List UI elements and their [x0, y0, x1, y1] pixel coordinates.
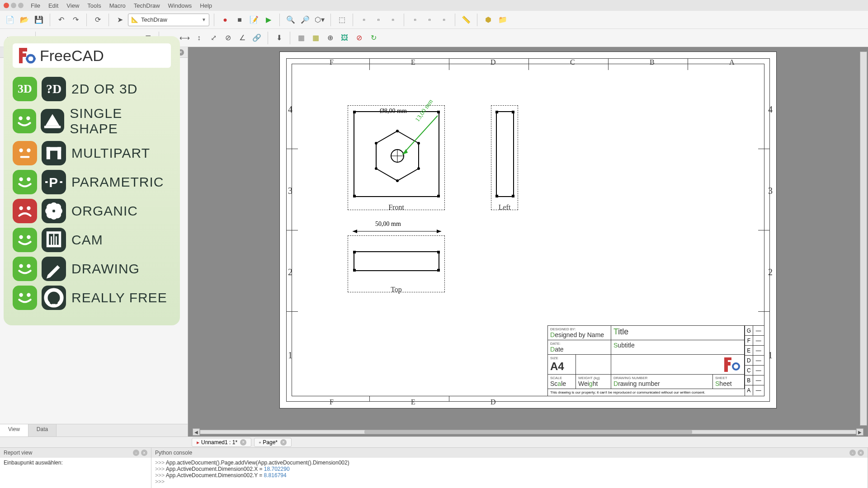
dim-50[interactable]: 50,00 mm: [375, 221, 401, 228]
view-label: Top: [391, 286, 402, 294]
happy-face-icon: [13, 286, 37, 310]
window-min[interactable]: [11, 3, 16, 8]
menu-techdraw[interactable]: TechDraw: [134, 2, 160, 9]
doc-tab-page[interactable]: ▫Page*×: [254, 438, 292, 447]
save-icon[interactable]: 💾: [33, 14, 45, 26]
undo-icon[interactable]: ↶: [55, 14, 67, 26]
feature-label: CAM: [71, 232, 103, 248]
macro-record-icon[interactable]: ●: [219, 14, 231, 26]
redo-icon[interactable]: ↷: [69, 14, 82, 26]
drawing-page[interactable]: F E D C B A F E D 4 3 2 1 4 3: [279, 52, 777, 408]
rear-view-icon[interactable]: ▫: [409, 14, 421, 26]
svg-text:P: P: [49, 175, 58, 190]
happy-face-icon: [13, 257, 37, 281]
horizontal-scrollbar[interactable]: ◀▶: [193, 428, 863, 436]
drawing-canvas[interactable]: F E D C B A F E D 4 3 2 1 4 3: [188, 47, 868, 436]
title-block: DESIGNED BY:Designed by Name Title DATE:…: [547, 325, 764, 396]
dim-diameter-icon[interactable]: ⊘: [222, 32, 234, 44]
python-console-body[interactable]: >>> App.activeDocument().Page.addView(Ap…: [151, 458, 868, 488]
close-icon[interactable]: ×: [858, 450, 864, 456]
single-shape-icon: [41, 109, 64, 133]
svg-point-44: [375, 142, 377, 145]
view-left[interactable]: Left: [491, 105, 518, 210]
close-icon[interactable]: ×: [240, 439, 246, 446]
detach-icon[interactable]: ◦: [133, 450, 139, 456]
hatch-geom-icon[interactable]: ▦: [309, 32, 322, 44]
feature-row-multipart: Multipart: [13, 141, 171, 165]
new-doc-icon[interactable]: 📄: [4, 14, 16, 26]
part-icon[interactable]: ⬢: [482, 14, 495, 26]
feature-row-2d3d: 3D ?D 2D or 3D: [13, 77, 171, 101]
close-icon[interactable]: ×: [141, 450, 147, 456]
toggle-frame-icon[interactable]: ⊘: [353, 32, 365, 44]
dim-radius-icon[interactable]: ⤢: [207, 32, 220, 44]
svg-point-15: [27, 178, 30, 181]
tab-view[interactable]: View: [0, 424, 28, 436]
left-view-icon[interactable]: ▫: [438, 14, 450, 26]
open-icon[interactable]: 📂: [18, 14, 31, 26]
dim-angle-icon[interactable]: ∠: [236, 32, 249, 44]
workbench-label: TechDraw: [141, 16, 167, 23]
insert-image-icon[interactable]: 🖼: [338, 32, 351, 44]
row-label: 3: [768, 186, 773, 196]
front-view-icon[interactable]: ▫: [358, 14, 370, 26]
svg-rect-13: [47, 147, 61, 151]
happy-face-icon: [13, 228, 37, 252]
feature-label: Really Free: [71, 290, 167, 305]
svg-point-8: [19, 149, 23, 152]
zoom-out-icon[interactable]: 🔎: [299, 14, 311, 26]
menu-help[interactable]: Help: [200, 2, 212, 9]
bottom-view-icon[interactable]: ▫: [423, 14, 436, 26]
workbench-select[interactable]: 📐TechDraw▼: [128, 14, 209, 26]
refresh-icon[interactable]: ⟳: [91, 14, 104, 26]
hatch-icon[interactable]: ▦: [295, 32, 307, 44]
redraw-icon[interactable]: ↻: [367, 32, 380, 44]
pointer-icon[interactable]: ➤: [113, 14, 126, 26]
right-view-icon[interactable]: ▫: [387, 14, 399, 26]
col-label: D: [491, 58, 496, 66]
menu-file[interactable]: File: [31, 2, 40, 9]
doc-tab-unnamed[interactable]: ▸Unnamed1 : 1*×: [192, 438, 251, 447]
happy-face-icon: [13, 109, 36, 133]
menu-edit[interactable]: Edit: [48, 2, 58, 9]
iso-view-icon[interactable]: ⬚: [335, 14, 348, 26]
zoom-in-icon[interactable]: 🔍: [284, 14, 297, 26]
vertical-scrollbar[interactable]: [860, 52, 867, 426]
feature-label: Organic: [71, 203, 138, 219]
measure-icon[interactable]: 📏: [460, 14, 472, 26]
col-label: E: [411, 58, 415, 66]
insert-symbol-icon[interactable]: ⊕: [324, 32, 336, 44]
macro-stop-icon[interactable]: ■: [233, 14, 246, 26]
view-label: Front: [388, 203, 404, 211]
menu-view[interactable]: View: [66, 2, 79, 9]
col-label: F: [330, 58, 334, 66]
group-icon[interactable]: 📁: [496, 14, 509, 26]
macro-play-icon[interactable]: ▶: [262, 14, 275, 26]
dim-vertical-icon[interactable]: ↕: [193, 32, 205, 44]
row-label: 4: [288, 104, 292, 115]
export-page-icon[interactable]: ⬇: [273, 32, 285, 44]
menu-windows[interactable]: Windows: [168, 2, 192, 9]
svg-point-32: [19, 293, 23, 297]
macro-edit-icon[interactable]: 📝: [248, 14, 260, 26]
window-max[interactable]: [18, 3, 24, 8]
svg-point-28: [27, 235, 30, 239]
svg-point-42: [396, 179, 399, 182]
dim-link-icon[interactable]: 🔗: [250, 32, 263, 44]
sad-face-icon: [13, 199, 37, 223]
view-front[interactable]: Ø8,00 mm 13,00 mm Front: [348, 105, 445, 210]
dim-horizontal-icon[interactable]: ⟷: [178, 32, 191, 44]
svg-point-41: [417, 167, 420, 170]
window-close[interactable]: [4, 3, 9, 8]
top-view-icon[interactable]: ▫: [372, 14, 385, 26]
property-tabs: View Data: [0, 424, 188, 436]
draw-style-icon[interactable]: ⬡▾: [313, 14, 326, 26]
menu-tools[interactable]: Tools: [87, 2, 101, 9]
menu-macro[interactable]: Macro: [109, 2, 126, 9]
view-top[interactable]: 50,00 mm Top: [348, 235, 445, 292]
close-icon[interactable]: ×: [280, 439, 287, 446]
detach-icon[interactable]: ◦: [849, 450, 856, 456]
svg-point-26: [54, 211, 61, 218]
freecad-feature-overlay: FreeCAD 3D ?D 2D or 3D Single Shape Mult…: [4, 36, 180, 325]
tab-data[interactable]: Data: [28, 424, 57, 436]
